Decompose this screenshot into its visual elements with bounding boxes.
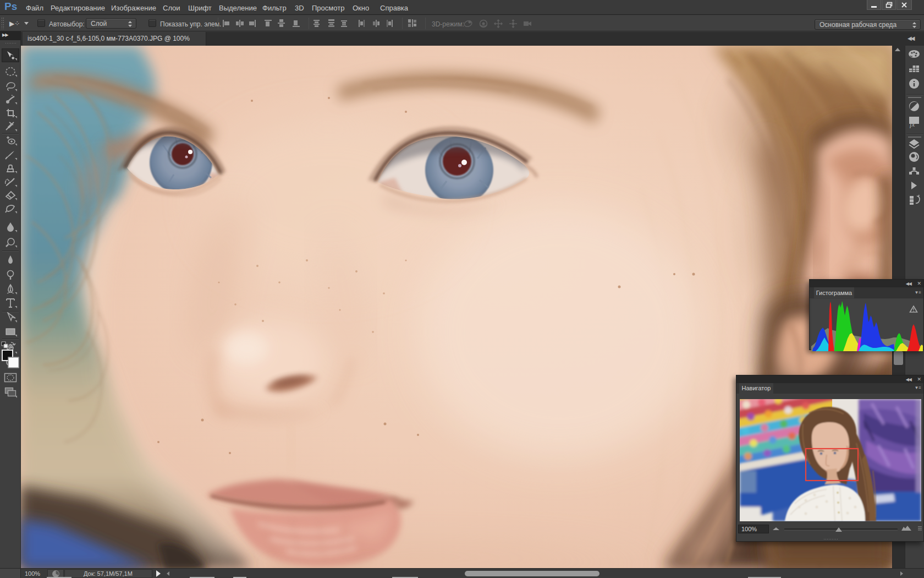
svg-text:fx: fx [910,120,915,128]
